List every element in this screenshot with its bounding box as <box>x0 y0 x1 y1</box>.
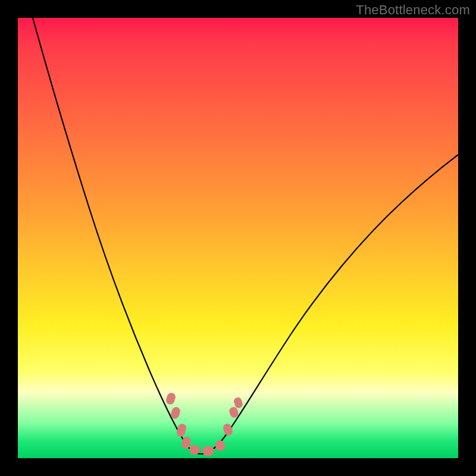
watermark-text: TheBottleneck.com <box>356 2 470 18</box>
marker-7 <box>214 439 226 452</box>
marker-1 <box>165 392 176 405</box>
marker-8 <box>222 422 233 436</box>
chart-frame: TheBottleneck.com <box>0 0 476 476</box>
plot-area <box>18 18 458 458</box>
marker-10 <box>233 396 244 409</box>
marker-6 <box>202 446 215 456</box>
marker-group <box>165 392 243 456</box>
curve-left-branch <box>33 18 201 454</box>
curve-right-branch <box>201 155 458 454</box>
marker-3 <box>176 422 187 437</box>
bottleneck-curve <box>18 18 458 458</box>
